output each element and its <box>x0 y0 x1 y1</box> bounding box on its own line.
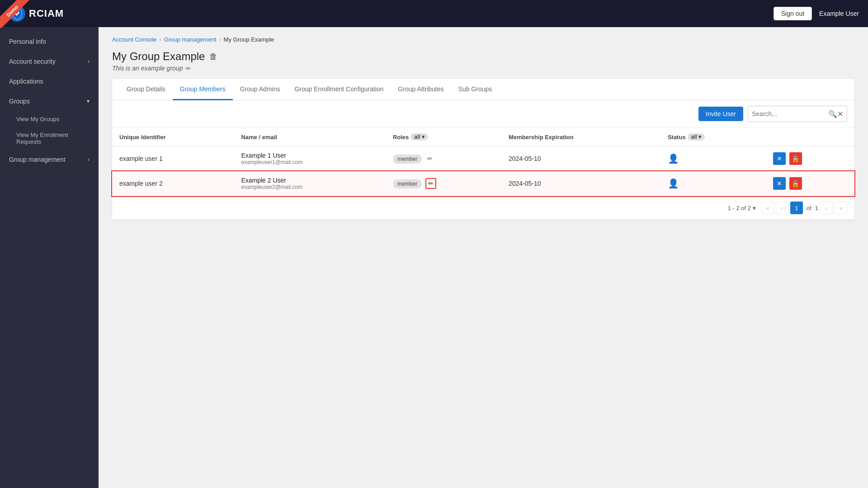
edit-role-button-1[interactable]: ✏ <box>425 154 434 163</box>
table-row: example user 1 Example 1 User exampleuse… <box>112 146 854 171</box>
invite-user-button[interactable]: Invite User <box>698 107 743 121</box>
col-roles: Roles all ▾ <box>386 128 501 146</box>
navbar: RCIAM Sign out Example User <box>0 0 868 27</box>
cell-roles-1: member ✏ <box>386 146 501 171</box>
cell-expiration-1: 2024-05-10 <box>501 146 660 171</box>
tab-group-attributes[interactable]: Group Attributes <box>391 79 451 100</box>
table-row: example user 2 Example 2 User exampleuse… <box>112 171 854 196</box>
breadcrumb: Account Console › Group management › My … <box>112 36 854 43</box>
chevron-right-icon: › <box>88 58 90 65</box>
cell-status-1: 👤 <box>660 146 764 171</box>
chevron-down-icon: ▾ <box>87 98 90 104</box>
cell-unique-id-1: example user 1 <box>112 146 234 171</box>
page-subtitle: This is an example group ✏ <box>112 65 854 72</box>
sidebar-item-group-management[interactable]: Group management › <box>0 150 99 169</box>
sidebar: Personal info Account security › Applica… <box>0 27 99 488</box>
table-toolbar: Invite User 🔍 ✕ <box>112 100 854 128</box>
cell-name-email-2: Example 2 User exampleuser2@mail.com <box>234 171 385 196</box>
cell-actions-2: ✕ 🔒 <box>764 171 854 196</box>
cell-unique-id-2: example user 2 <box>112 171 234 196</box>
col-status: Status all ▾ <box>660 128 764 146</box>
page-prev-button[interactable]: ‹ <box>776 202 788 214</box>
action-lock-button-2[interactable]: 🔒 <box>789 177 802 190</box>
status-icon-2: 👤 <box>668 178 679 188</box>
breadcrumb-current: My Group Example <box>224 36 274 43</box>
page-first-button[interactable]: « <box>761 202 774 214</box>
tab-group-details[interactable]: Group Details <box>119 79 173 100</box>
tab-sub-groups[interactable]: Sub Groups <box>451 79 500 100</box>
logo-text: RCIAM <box>29 8 64 19</box>
page-next-button[interactable]: › <box>820 202 833 214</box>
cell-expiration-2: 2024-05-10 <box>501 171 660 196</box>
status-filter-badge[interactable]: all ▾ <box>688 133 705 141</box>
tab-group-admins[interactable]: Group Admins <box>233 79 288 100</box>
chevron-right-icon-group-mgmt: › <box>88 156 90 163</box>
cell-roles-2: member ✏ <box>386 171 501 196</box>
col-membership-expiration: Membership Expiration <box>501 128 660 146</box>
sidebar-item-groups[interactable]: Groups ▾ <box>0 91 99 111</box>
sidebar-item-applications[interactable]: Applications <box>0 71 99 91</box>
page-header: My Group Example 🗑 This is an example gr… <box>112 50 854 72</box>
search-icon-button[interactable]: 🔍 <box>828 110 837 118</box>
sidebar-item-personal-info[interactable]: Personal info <box>0 32 99 52</box>
tab-group-members[interactable]: Group Members <box>173 79 233 100</box>
pagination-total: 1 <box>815 205 818 211</box>
pagination: 1 - 2 of 2 ▾ « ‹ 1 of 1 › » <box>112 196 854 220</box>
col-name-email: Name / email <box>234 128 385 146</box>
sidebar-item-view-enrollment-requests[interactable]: View My Enrollment Requests <box>0 127 99 150</box>
table-header-row: Unique Identifier Name / email Roles all… <box>112 128 854 146</box>
tab-group-enrollment[interactable]: Group Enrollment Configuration <box>287 79 391 100</box>
members-table: Unique Identifier Name / email Roles all… <box>112 128 854 196</box>
table-body: example user 1 Example 1 User exampleuse… <box>112 146 854 196</box>
status-icon-1: 👤 <box>668 154 679 164</box>
logo: RCIAM <box>9 5 774 22</box>
action-lock-button-1[interactable]: 🔒 <box>789 152 802 165</box>
sign-out-button[interactable]: Sign out <box>774 7 812 20</box>
cell-actions-1: ✕ 🔒 <box>764 146 854 171</box>
table-header: Unique Identifier Name / email Roles all… <box>112 128 854 146</box>
page-last-button[interactable]: » <box>835 202 847 214</box>
cell-status-2: 👤 <box>660 171 764 196</box>
action-remove-button-2[interactable]: ✕ <box>773 177 786 190</box>
pagination-of-text: of <box>807 205 811 211</box>
page-title: My Group Example 🗑 <box>112 50 854 63</box>
breadcrumb-sep-1: › <box>159 36 161 43</box>
clear-search-button[interactable]: ✕ <box>837 110 843 118</box>
sidebar-item-account-security[interactable]: Account security › <box>0 52 99 71</box>
layout: Personal info Account security › Applica… <box>0 27 868 488</box>
search-box: 🔍 ✕ <box>748 106 847 122</box>
pagination-info: 1 - 2 of 2 ▾ <box>728 205 756 211</box>
tabs: Group Details Group Members Group Admins… <box>112 79 854 100</box>
action-remove-button-1[interactable]: ✕ <box>773 152 786 165</box>
edit-role-button-2[interactable]: ✏ <box>425 178 436 189</box>
roles-filter-badge[interactable]: all ▾ <box>410 133 428 141</box>
page-number-button[interactable]: 1 <box>790 202 803 214</box>
user-name: Example User <box>819 10 859 17</box>
breadcrumb-account-console[interactable]: Account Console <box>112 36 156 43</box>
delete-group-icon[interactable]: 🗑 <box>209 52 217 61</box>
breadcrumb-sep-2: › <box>219 36 221 43</box>
navbar-right: Sign out Example User <box>774 7 859 20</box>
demo-ribbon: Demo <box>0 0 32 32</box>
breadcrumb-group-management[interactable]: Group management <box>164 36 217 43</box>
col-unique-identifier: Unique Identifier <box>112 128 234 146</box>
sidebar-item-view-my-groups[interactable]: View My Groups <box>0 111 99 127</box>
edit-subtitle-icon[interactable]: ✏ <box>185 65 190 72</box>
col-actions <box>764 128 854 146</box>
cell-name-email-1: Example 1 User exampleuser1@mail.com <box>234 146 385 171</box>
search-input[interactable] <box>752 110 828 117</box>
main-content: Account Console › Group management › My … <box>99 27 868 488</box>
content-card: Group Details Group Members Group Admins… <box>112 79 854 220</box>
